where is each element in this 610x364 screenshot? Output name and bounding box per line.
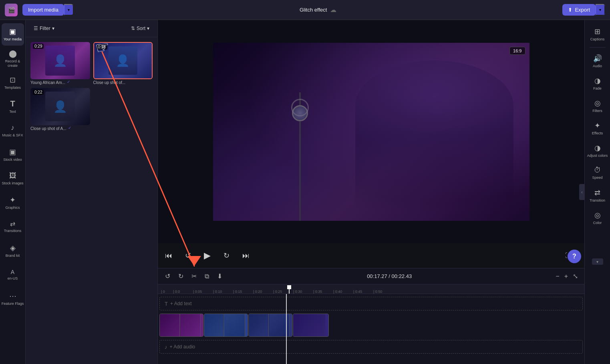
list-item: 👤 0:29 Young African Am... ✓: [30, 42, 90, 85]
ruler-mark-2: | 0:05: [193, 290, 213, 294]
video-clips-track: [159, 313, 583, 337]
sidebar-item-transition[interactable]: ⇄ Transition: [586, 184, 609, 206]
clip1-check: ✓: [67, 80, 70, 84]
sidebar-label-stock-images: Stock images: [2, 181, 23, 185]
sidebar-item-templates[interactable]: ⊡ Templates: [2, 71, 24, 94]
sidebar-label-brand-kit: Brand kit: [6, 254, 20, 258]
sidebar-item-en-us[interactable]: A en-US: [2, 263, 24, 286]
play-pause-button[interactable]: ▶: [201, 248, 213, 263]
sidebar-item-audio[interactable]: 🔊 Audio: [586, 50, 609, 72]
sidebar-item-brand-kit[interactable]: ◈ Brand kit: [2, 239, 24, 262]
skip-forward-button[interactable]: ⏭: [240, 249, 252, 262]
video-frame: 16:9: [213, 43, 529, 221]
adjust-colors-label: Adjust colors: [587, 154, 608, 158]
zoom-out-button[interactable]: −: [554, 271, 561, 282]
add-audio-track[interactable]: ♪ + Add audio: [159, 340, 583, 354]
playback-controls: ⏮ ↺ ▶ ↻ ⏭ ⛶: [158, 243, 584, 268]
export-button[interactable]: ⬆ Export: [562, 4, 596, 16]
media-panel-header: ☰ Filter ▾ ⇅ Sort ▾: [26, 20, 157, 37]
captions-label: Captions: [590, 37, 605, 41]
help-button[interactable]: ?: [568, 250, 581, 263]
sidebar-item-color[interactable]: ◎ Color: [586, 207, 609, 228]
sort-label: Sort: [137, 26, 145, 31]
sidebar-label-transitions: Transitions: [4, 229, 22, 233]
video-frame-inner: [213, 43, 529, 221]
ruler-mark-0: | 0: [161, 290, 173, 294]
sidebar-item-effects[interactable]: ✦ Effects: [586, 117, 609, 139]
timeline-ruler: | 0 | 0:0 | 0:05 | 0:10 | 0:15 | 0:20 | …: [158, 284, 584, 294]
import-media-button[interactable]: Import media: [22, 4, 64, 16]
sidebar-item-text[interactable]: T Text: [2, 95, 24, 118]
video-clip-4[interactable]: [293, 314, 329, 337]
save-cloud-icon: ☁: [330, 6, 336, 14]
cut-button[interactable]: ✂: [189, 271, 199, 282]
import-arrow-icon: ▾: [68, 8, 70, 12]
stock-images-icon: 🖼: [9, 172, 16, 180]
zoom-in-button[interactable]: +: [563, 271, 570, 282]
ruler-mark-8: | 0:35: [313, 290, 333, 294]
fit-timeline-button[interactable]: ⤡: [571, 271, 580, 282]
help-icon: ?: [572, 253, 576, 260]
redo-button[interactable]: ↻: [176, 271, 186, 282]
clip2-duration: 0:28: [97, 44, 107, 50]
forward-5s-button[interactable]: ↻: [221, 249, 232, 262]
paste-button[interactable]: ⬇: [215, 271, 225, 282]
clip3-check: ✓: [68, 126, 71, 130]
filter-icon: ☰: [34, 26, 38, 31]
list-item: 👤 0:22 Close up shot of A... ✓: [30, 88, 90, 131]
timeline: ↺ ↻ ✂ ⧉ ⬇ 00:17.27 / 00:22.43 − + ⤡ | 0 …: [158, 268, 584, 364]
video-clip-1[interactable]: [159, 314, 203, 337]
sidebar-item-music-sfx[interactable]: ♪ Music & SFX: [2, 119, 24, 142]
sidebar-item-stock-images[interactable]: 🖼 Stock images: [2, 167, 24, 190]
video-clip-3[interactable]: [248, 314, 292, 337]
undo-button[interactable]: ↺: [163, 271, 173, 282]
sidebar-item-captions[interactable]: ⊞ Captions: [586, 23, 609, 45]
add-text-track[interactable]: T + Add text: [159, 297, 583, 310]
expand-timeline-button[interactable]: ▾: [592, 258, 603, 265]
sidebar-item-your-media[interactable]: ▣ Your media: [2, 23, 24, 46]
your-media-icon: ▣: [9, 27, 16, 36]
import-dropdown-arrow[interactable]: ▾: [64, 4, 74, 16]
sidebar-item-graphics[interactable]: ✦ Graphics: [2, 191, 24, 214]
skip-back-button[interactable]: ⏮: [163, 249, 175, 262]
sidebar-item-record-create[interactable]: ⬤ Record &create: [2, 47, 24, 70]
sidebar-item-adjust-colors[interactable]: ◑ Adjust colors: [586, 140, 609, 161]
sort-button[interactable]: ⇅ Sort ▾: [128, 24, 153, 33]
copy-button[interactable]: ⧉: [202, 271, 211, 282]
ruler-mark-11: | 0:50: [373, 290, 393, 294]
sidebar-item-fade[interactable]: ◑ Fade: [586, 72, 609, 94]
media-thumb-clip3[interactable]: 👤 0:22: [30, 88, 90, 125]
sidebar-item-stock-video[interactable]: ▣ Stock video: [2, 143, 24, 166]
sort-icon: ⇅: [131, 26, 135, 31]
sidebar-label-your-media: Your media: [4, 37, 22, 42]
sidebar-item-filters[interactable]: ◎ Filters: [586, 95, 609, 116]
sidebar-label-music-sfx: Music & SFX: [2, 133, 23, 137]
collapse-right-panel-button[interactable]: ‹: [579, 184, 585, 200]
filter-button[interactable]: ☰ Filter ▾: [30, 24, 58, 33]
video-clip-2[interactable]: [204, 314, 248, 337]
zoom-controls: − + ⤡: [554, 271, 580, 282]
sidebar-label-record-create: Record &create: [5, 59, 20, 68]
en-us-icon: A: [11, 269, 14, 275]
timeline-tracks: T + Add text: [158, 294, 584, 364]
sidebar-item-speed[interactable]: ⏱ Speed: [586, 162, 609, 184]
left-sidebar: ▣ Your media ⬤ Record &create ⊡ Template…: [0, 20, 26, 364]
playhead-ruler: [287, 284, 291, 294]
templates-icon: ⊡: [10, 76, 16, 84]
speed-icon: ⏱: [594, 166, 601, 174]
color-label: Color: [593, 221, 602, 225]
main-layout: ▣ Your media ⬤ Record &create ⊡ Template…: [0, 20, 610, 364]
sidebar-item-feature-flags[interactable]: ⋯ Feature Flags: [2, 287, 24, 310]
export-dropdown-arrow[interactable]: ▾: [596, 4, 605, 16]
sidebar-label-feature-flags: Feature Flags: [2, 302, 24, 306]
sidebar-label-en-us: en-US: [8, 276, 18, 280]
media-thumb-clip2[interactable]: 👤 0:28: [93, 42, 153, 79]
media-thumb-clip1[interactable]: 👤 0:29: [30, 42, 90, 79]
clip3-duration: 0:22: [33, 90, 44, 95]
audio-label: Audio: [593, 64, 602, 68]
timeline-time-display: 00:17.27 / 00:22.43: [228, 273, 551, 279]
rewind-5s-button[interactable]: ↺: [183, 249, 193, 262]
adjust-colors-icon: ◑: [594, 144, 601, 152]
sidebar-item-transitions[interactable]: ⇄ Transitions: [2, 215, 24, 238]
ruler-mark-1: | 0:0: [173, 290, 193, 294]
